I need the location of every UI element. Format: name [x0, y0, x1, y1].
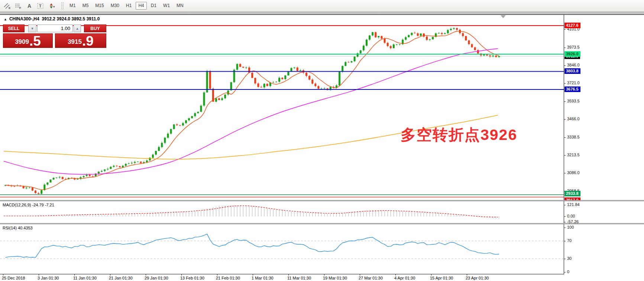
chart-annotation-text: 多空转折点3926 — [401, 125, 517, 145]
timeframe-button-w1[interactable]: W1 — [161, 2, 172, 10]
timeframe-button-m5[interactable]: M5 — [80, 2, 91, 10]
buy-price-display[interactable]: 3915.9 — [55, 33, 106, 48]
ohlc-values: 3912.2 3924.0 3892.5 3911.0 — [42, 16, 100, 22]
text-label-icon[interactable]: A — [25, 1, 34, 10]
macd-indicator-pane[interactable]: MACD(12,26,9) -24.79 -7.21 — [0, 201, 564, 223]
rsi-axis[interactable]: 10070300 — [564, 224, 644, 274]
svg-text:▾: ▾ — [53, 5, 55, 9]
axis-tick-label: 0.00 — [567, 214, 575, 218]
axis-tick-label: 3213.5 — [567, 153, 580, 157]
buy-price-frac: .9 — [82, 36, 94, 47]
date-label: 29 Jan 01:30 — [145, 276, 168, 280]
axis-tick-label: 100 — [567, 225, 574, 229]
date-label: 21 Jan 01:30 — [109, 276, 133, 280]
equidistant-channel-icon[interactable]: E — [2, 1, 12, 10]
price-level-label: 2917.0 — [564, 197, 580, 200]
symbol-period-label: CHINA300-,H4 — [9, 16, 39, 22]
price-level-label: 3926.0 — [564, 51, 580, 57]
axis-tick-label: 3846.0 — [567, 63, 580, 67]
axis-tick-label: -57.26 — [567, 219, 579, 223]
macd-label: MACD(12,26,9) -24.79 -7.21 — [3, 203, 54, 207]
svg-text:E: E — [9, 6, 11, 10]
timeframe-button-d1[interactable]: D1 — [148, 2, 159, 10]
axis-tick-label: 70 — [567, 238, 572, 243]
axis-tick-label: 121.84 — [567, 202, 580, 207]
text-box-icon[interactable]: T — [36, 1, 45, 10]
timeframe-button-h4[interactable]: H4 — [136, 2, 146, 10]
timeframe-button-mn[interactable]: MN — [174, 2, 186, 10]
macd-axis[interactable]: 121.840.00-57.26 — [564, 201, 644, 223]
sell-price-int: 3909 — [15, 39, 29, 45]
buy-button[interactable]: BUY — [84, 24, 106, 32]
axis-tick-label: 3466.0 — [567, 117, 580, 121]
date-label: 23 Apr 01:30 — [466, 276, 489, 280]
timeframe-button-m15[interactable]: M15 — [93, 2, 106, 10]
chart-title: ▲CHINA300-,H4 3912.2 3924.0 3892.5 3911.… — [4, 16, 100, 22]
timeframe-button-m1[interactable]: M1 — [67, 2, 78, 10]
date-label: 4 Apr 01:30 — [394, 276, 415, 280]
price-level-label: 3676.5 — [564, 86, 580, 92]
volume-input[interactable] — [37, 24, 73, 32]
svg-text:T: T — [39, 4, 42, 8]
main-chart-pane[interactable]: ▲CHINA300-,H4 3912.2 3924.0 3892.5 3911.… — [0, 15, 564, 200]
timeframe-button-h1[interactable]: H1 — [123, 2, 134, 10]
axis-tick-label: 3973.5 — [567, 45, 580, 49]
timeframes-toolbar: M1M5M15M30H1H4D1W1MN — [66, 2, 187, 10]
axis-tick-label: 3338.5 — [567, 135, 580, 139]
date-label: 19 Mar 01:30 — [323, 276, 347, 280]
date-label: 11 Jan 01:30 — [73, 276, 97, 280]
date-label: 13 Feb 01:30 — [180, 276, 204, 280]
macd-chart — [0, 201, 564, 223]
rsi-chart — [0, 224, 564, 274]
volume-increment-button[interactable]: ▲ — [74, 24, 81, 32]
axis-tick-label: 3721.0 — [567, 81, 580, 85]
rsi-label: RSI(14) 40.4353 — [3, 226, 33, 230]
timeframe-button-m30[interactable]: M30 — [108, 2, 122, 10]
svg-text:F: F — [19, 6, 21, 10]
fibonacci-retracement-icon[interactable]: F — [13, 1, 23, 10]
toolbar-drag-handle[interactable] — [61, 2, 64, 10]
volume-decrement-button[interactable]: ▼ — [28, 24, 36, 32]
one-click-trading-panel: SELL ▼ ▲ BUY 3909.5 3915.9 — [3, 24, 107, 48]
line-studies-toolbar: EFAT▾ — [1, 1, 57, 10]
date-label: 27 Mar 01:30 — [359, 276, 383, 280]
buy-price-int: 3915 — [68, 39, 82, 45]
date-label: 1 Mar 01:30 — [252, 276, 274, 280]
price-level-label: 4127.6 — [564, 23, 580, 28]
axis-tick-label: 3593.5 — [567, 99, 580, 103]
axis-tick-label: 30 — [567, 256, 572, 261]
sell-button[interactable]: SELL — [3, 24, 25, 32]
date-label: 11 Mar 01:30 — [287, 276, 311, 280]
top-toolbar: EFAT▾ M1M5M15M30H1H4D1W1MN — [0, 0, 644, 12]
date-label: 25 Dec 2018 — [2, 276, 25, 280]
collapse-panel-icon[interactable]: ▲ — [4, 17, 7, 21]
axis-tick-label: 0 — [567, 269, 569, 274]
svg-text:A: A — [27, 3, 31, 9]
chart-shift-marker-icon[interactable] — [501, 15, 506, 18]
price-axis[interactable]: 4101.03973.53846.03721.03593.53466.03338… — [564, 15, 644, 200]
date-label: 21 Feb 01:30 — [216, 276, 240, 280]
rsi-indicator-pane[interactable]: RSI(14) 40.4353 — [0, 224, 564, 274]
arrow-tools-icon[interactable]: ▾ — [47, 1, 56, 10]
price-level-label: 3803.8 — [564, 68, 580, 74]
price-level-label: 2933.8 — [564, 191, 580, 196]
sell-price-display[interactable]: 3909.5 — [3, 33, 53, 48]
time-axis[interactable]: 25 Dec 20183 Jan 01:3011 Jan 01:3021 Jan… — [0, 274, 644, 281]
axis-tick-label: 3086.0 — [567, 170, 580, 175]
sell-price-frac: .5 — [29, 36, 41, 47]
date-label: 3 Jan 01:30 — [38, 276, 59, 280]
date-label: 15 Apr 01:30 — [430, 276, 453, 280]
